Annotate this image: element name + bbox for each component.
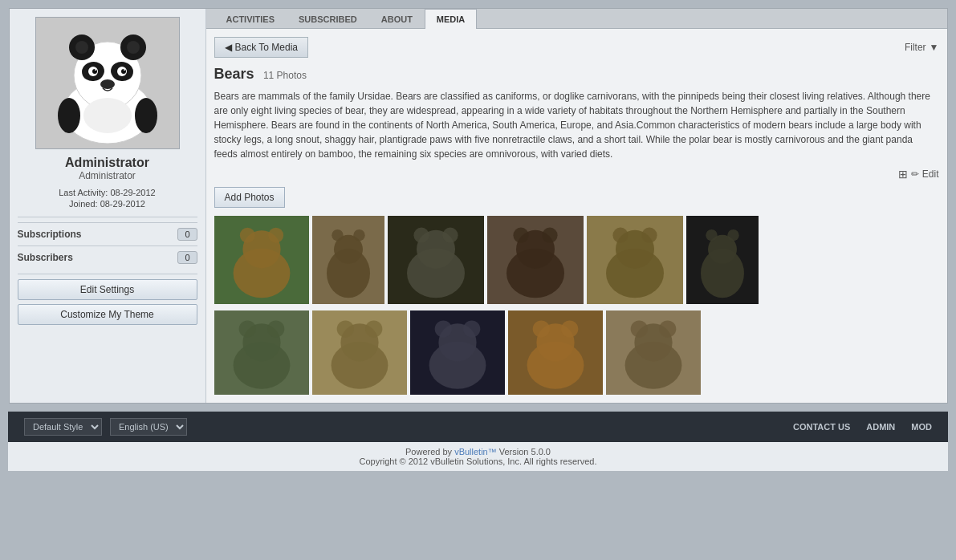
powered-bar: Powered by vBulletin™ Version 5.0.0 Copy…	[8, 442, 948, 471]
svg-point-66	[532, 320, 549, 337]
svg-point-51	[238, 320, 255, 337]
back-filter-row: ◀ Back To Media Filter ▼	[214, 37, 939, 58]
svg-point-4	[75, 41, 88, 54]
svg-point-71	[630, 320, 647, 337]
divider	[18, 217, 197, 217]
vbulletin-link[interactable]: vBulletin™	[454, 447, 497, 457]
album-actions: ⊞ ✏ Edit	[214, 168, 939, 181]
tab-activities[interactable]: ACTIVITIES	[214, 9, 287, 29]
photo-thumb[interactable]	[686, 216, 759, 304]
svg-point-11	[121, 69, 126, 74]
photo-thumb[interactable]	[312, 310, 407, 395]
avatar	[35, 17, 180, 149]
svg-point-67	[561, 320, 578, 337]
footer-right: CONTACT US ADMIN MOD	[793, 422, 932, 432]
username: Administrator	[18, 156, 197, 170]
svg-point-13	[124, 69, 125, 71]
footer-bar: Default Style English (US) CONTACT US AD…	[8, 412, 948, 442]
svg-point-32	[442, 228, 458, 243]
customize-theme-button[interactable]: Customize My Theme	[18, 304, 197, 325]
svg-point-62	[463, 320, 480, 337]
svg-point-47	[727, 229, 738, 241]
mod-link[interactable]: MOD	[911, 422, 932, 432]
svg-point-10	[92, 69, 97, 74]
svg-point-37	[542, 228, 557, 243]
photo-thumb[interactable]	[214, 310, 309, 395]
copyright-text: Copyright © 2012 vBulletin Solutions, In…	[359, 457, 596, 466]
photo-thumb[interactable]	[214, 216, 309, 304]
svg-point-14	[100, 79, 115, 89]
subscribers-count: 0	[177, 251, 197, 264]
photo-thumb[interactable]	[487, 216, 584, 304]
svg-point-16	[135, 98, 157, 133]
svg-point-31	[413, 228, 429, 243]
last-activity: Last Activity: 08-29-2012	[18, 188, 197, 197]
svg-point-22	[268, 228, 283, 243]
footer-left: Default Style English (US)	[24, 418, 187, 436]
photo-thumb[interactable]	[312, 216, 384, 304]
edit-label: Edit	[922, 168, 939, 180]
user-role: Administrator	[18, 170, 197, 181]
svg-point-56	[336, 320, 353, 337]
grid-icon: ⊞	[898, 168, 908, 181]
edit-controls[interactable]: ⊞ ✏ Edit	[898, 168, 939, 181]
content-inner: ◀ Back To Media Filter ▼ Bears 11 Photos…	[206, 29, 947, 403]
edit-settings-button[interactable]: Edit Settings	[18, 279, 197, 300]
avatar-wrapper: Administrator Administrator Last Activit…	[18, 17, 197, 209]
edit-icon: ✏	[911, 168, 919, 180]
admin-link[interactable]: ADMIN	[866, 422, 895, 432]
content-area: ACTIVITIES SUBSCRIBED ABOUT MEDIA ◀	[206, 9, 947, 403]
svg-point-36	[513, 228, 528, 243]
subscribers-row: Subscribers 0	[18, 246, 197, 269]
svg-point-46	[706, 229, 717, 241]
svg-point-57	[365, 320, 382, 337]
photo-count: 11 Photos	[263, 70, 307, 81]
svg-point-26	[332, 229, 343, 241]
album-title: Bears	[214, 66, 254, 82]
tabs-bar: ACTIVITIES SUBSCRIBED ABOUT MEDIA	[206, 9, 947, 29]
svg-point-61	[434, 320, 451, 337]
album-description: Bears are mammals of the family Ursidae.…	[214, 89, 939, 161]
tab-subscribed[interactable]: SUBSCRIBED	[287, 9, 369, 29]
sidebar: Administrator Administrator Last Activit…	[10, 9, 206, 403]
svg-point-72	[659, 320, 676, 337]
tab-about[interactable]: ABOUT	[369, 9, 425, 29]
svg-point-15	[58, 98, 80, 133]
svg-point-21	[239, 228, 254, 243]
contact-us-link[interactable]: CONTACT US	[793, 422, 850, 432]
svg-point-27	[353, 229, 364, 241]
subscriptions-label: Subscriptions	[18, 229, 82, 240]
photo-thumb[interactable]	[388, 216, 484, 304]
photo-thumb[interactable]	[606, 310, 701, 395]
page-wrapper: Administrator Administrator Last Activit…	[0, 0, 956, 560]
language-select[interactable]: English (US)	[110, 418, 187, 436]
svg-point-17	[83, 98, 132, 133]
svg-point-41	[612, 228, 628, 243]
divider2	[18, 274, 197, 274]
tab-media[interactable]: MEDIA	[425, 9, 477, 29]
filter-button[interactable]: Filter ▼	[905, 42, 939, 53]
subscriptions-row: Subscriptions 0	[18, 222, 197, 246]
add-photos-button[interactable]: Add Photos	[214, 187, 285, 208]
album-header: Bears 11 Photos	[214, 66, 939, 83]
filter-chevron-icon: ▼	[930, 42, 939, 53]
joined-date: Joined: 08-29-2012	[18, 199, 197, 209]
style-select[interactable]: Default Style	[24, 418, 102, 436]
main-container: Administrator Administrator Last Activit…	[9, 8, 948, 404]
back-to-media-button[interactable]: ◀ Back To Media	[214, 37, 309, 58]
photo-grid	[214, 216, 939, 395]
svg-point-52	[267, 320, 284, 337]
photo-thumb[interactable]	[587, 216, 683, 304]
svg-point-42	[641, 228, 657, 243]
back-arrow-icon: ◀	[225, 42, 232, 53]
subscriptions-count: 0	[177, 228, 197, 241]
subscribers-label: Subscribers	[18, 252, 73, 263]
panda-icon	[43, 23, 172, 144]
photo-thumb[interactable]	[508, 310, 603, 395]
photo-thumb[interactable]	[410, 310, 505, 395]
svg-point-12	[95, 69, 96, 71]
svg-point-5	[127, 41, 140, 54]
